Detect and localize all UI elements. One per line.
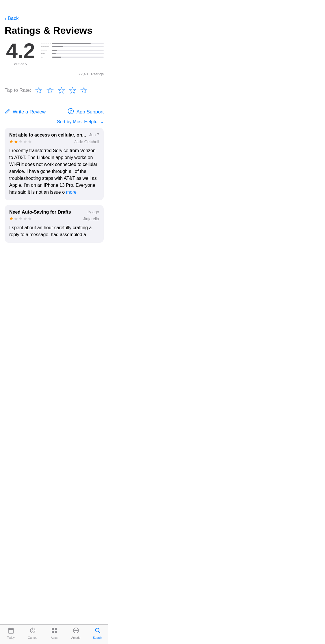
tap-rate-row: Tap to Rate: ☆ ☆ ☆ ☆ ☆: [0, 83, 108, 97]
tap-rate-label: Tap to Rate:: [5, 87, 31, 93]
review-card-2: Need Auto-Saving for Drafts 1y ago ★ ★ ★…: [5, 205, 104, 243]
review-2-title: Need Auto-Saving for Drafts: [9, 210, 87, 215]
ratings-count: 72,401 Ratings: [0, 71, 108, 76]
bar-track-3: [52, 50, 104, 51]
stars-label-5: ★ ★ ★ ★ ★: [41, 42, 51, 44]
bar-track-1: [52, 57, 104, 58]
bar-track-5: [52, 43, 104, 44]
sort-chevron-icon: ⌄: [100, 120, 104, 124]
status-bar: [0, 0, 108, 13]
tap-stars[interactable]: ☆ ☆ ☆ ☆ ☆: [35, 86, 88, 95]
bar-fill-1: [52, 57, 61, 58]
app-support-label: App Support: [76, 109, 104, 115]
actions-row: Write a Review ? App Support: [0, 104, 108, 119]
bar-row-5: ★ ★ ★ ★ ★: [41, 42, 104, 44]
stars-label-4: ★ ★ ★ ★ ★: [41, 46, 51, 48]
divider-2: [5, 101, 104, 101]
app-support-icon: ?: [68, 108, 74, 116]
stars-label-1: ★ ★ ★ ★ ★: [41, 56, 51, 58]
bar-fill-3: [52, 50, 57, 51]
sort-button[interactable]: Sort by Most Helpful ⌄: [57, 119, 104, 124]
rating-number: 4.2: [6, 40, 35, 61]
rate-star-1[interactable]: ☆: [35, 86, 43, 95]
review-1-more[interactable]: more: [66, 190, 77, 195]
review-1-body: I recently transferred Service from Veri…: [9, 147, 99, 196]
review-2-author: Jinjarella: [83, 216, 99, 221]
review-2-meta: ★ ★ ★ ★ ★ Jinjarella: [9, 216, 99, 221]
back-label: Back: [8, 16, 19, 21]
big-rating: 4.2 out of 5: [5, 40, 36, 66]
bar-fill-2: [52, 53, 56, 54]
divider-1: [5, 80, 104, 80]
review-1-title: Not able to access on cellular, on...: [9, 132, 89, 138]
bar-track-4: [52, 46, 104, 47]
bar-track-2: [52, 53, 104, 54]
sort-row: Sort by Most Helpful ⌄: [0, 119, 108, 128]
bar-fill-5: [52, 43, 91, 44]
rate-star-4[interactable]: ☆: [68, 86, 77, 95]
bar-row-3: ★ ★ ★ ★ ★: [41, 49, 104, 51]
bar-row-2: ★ ★ ★ ★ ★: [41, 53, 104, 55]
stars-label-2: ★ ★ ★ ★ ★: [41, 53, 51, 55]
back-button[interactable]: ‹ Back: [5, 15, 18, 22]
sort-label: Sort by Most Helpful: [57, 119, 99, 124]
write-review-icon: [5, 108, 10, 115]
rate-star-5[interactable]: ☆: [80, 86, 88, 95]
review-1-date: Jun 7: [89, 132, 99, 137]
bar-fill-4: [52, 46, 63, 47]
review-1-meta: ★ ★ ★ ★ ★ Jade Getchell: [9, 139, 99, 144]
review-2-stars: ★ ★ ★ ★ ★: [9, 216, 32, 221]
review-card-1: Not able to access on cellular, on... Ju…: [5, 128, 104, 200]
rating-section: 4.2 out of 5 ★ ★ ★ ★ ★ ★: [0, 40, 108, 71]
review-1-header: Not able to access on cellular, on... Ju…: [9, 132, 99, 138]
bar-row-1: ★ ★ ★ ★ ★: [41, 56, 104, 58]
app-support-button[interactable]: ? App Support: [68, 108, 104, 116]
page-title: Ratings & Reviews: [0, 23, 108, 40]
back-chevron-icon: ‹: [5, 15, 7, 22]
rate-star-3[interactable]: ☆: [57, 86, 66, 95]
stars-label-3: ★ ★ ★ ★ ★: [41, 49, 51, 51]
svg-text:?: ?: [70, 109, 72, 113]
review-1-author: Jade Getchell: [74, 139, 99, 144]
write-review-button[interactable]: Write a Review: [5, 108, 46, 115]
write-review-label: Write a Review: [13, 109, 46, 115]
review-2-date: 1y ago: [87, 210, 99, 214]
bar-row-4: ★ ★ ★ ★ ★: [41, 46, 104, 48]
nav-bar: ‹ Back: [0, 13, 108, 23]
out-of-label: out of 5: [14, 62, 27, 66]
review-1-stars: ★ ★ ★ ★ ★: [9, 139, 32, 144]
review-2-body: I spent about an hour carefully crafting…: [9, 224, 99, 238]
rating-bars: ★ ★ ★ ★ ★ ★ ★ ★ ★ ★: [41, 40, 104, 58]
rate-star-2[interactable]: ☆: [46, 86, 54, 95]
review-2-header: Need Auto-Saving for Drafts 1y ago: [9, 210, 99, 215]
